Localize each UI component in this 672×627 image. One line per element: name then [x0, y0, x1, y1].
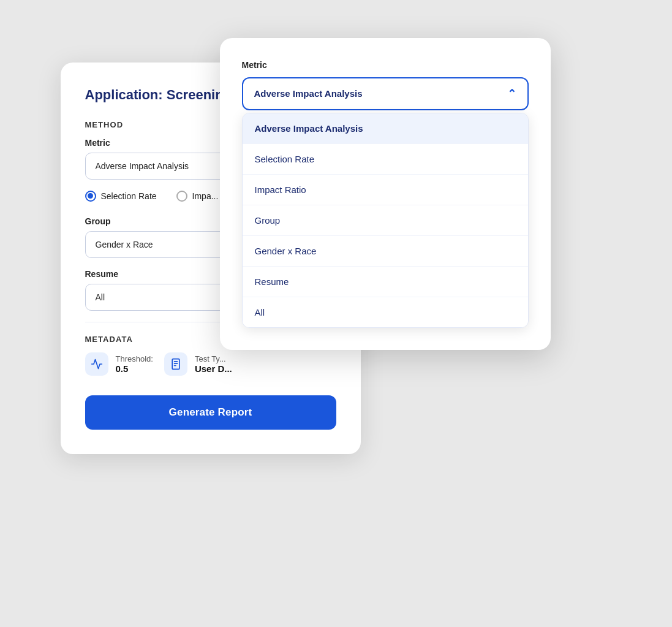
front-card: Metric Adverse Impact Analysis ⌃ Adverse… [220, 38, 551, 350]
doc-icon [164, 352, 187, 376]
dropdown-current-value: Adverse Impact Analysis [254, 88, 363, 99]
test-type-item: Test Ty... User D... [164, 352, 232, 376]
test-type-text: Test Ty... User D... [195, 354, 232, 374]
radio-selection-rate-label: Selection Rate [101, 191, 157, 201]
metric-value: Adverse Impact Analysis [96, 161, 189, 171]
radio-impact-label: Impa... [192, 191, 219, 201]
dropdown-item-gender-race[interactable]: Gender x Race [243, 236, 528, 267]
radio-selection-rate-circle[interactable] [85, 191, 96, 202]
generate-report-button[interactable]: Generate Report [85, 395, 336, 430]
metric-dropdown-menu: Adverse Impact Analysis Selection Rate I… [242, 113, 529, 328]
chevron-up-icon: ⌃ [507, 87, 516, 101]
resume-value: All [96, 292, 105, 302]
test-type-value: User D... [195, 363, 232, 374]
test-type-label: Test Ty... [195, 354, 232, 363]
dropdown-item-adverse-impact[interactable]: Adverse Impact Analysis [243, 113, 528, 144]
group-value: Gender x Race [96, 240, 153, 249]
front-metric-label: Metric [242, 60, 529, 70]
radio-impact-circle[interactable] [176, 191, 187, 202]
metric-dropdown-trigger[interactable]: Adverse Impact Analysis ⌃ [242, 77, 529, 110]
dropdown-item-all[interactable]: All [243, 297, 528, 327]
threshold-item: Threshold: 0.5 [85, 352, 153, 376]
dropdown-item-impact-ratio[interactable]: Impact Ratio [243, 175, 528, 205]
dropdown-item-group[interactable]: Group [243, 205, 528, 236]
threshold-text: Threshold: 0.5 [116, 354, 153, 374]
metadata-row: Threshold: 0.5 Test Ty... [85, 352, 336, 376]
chart-icon [85, 352, 108, 376]
radio-impact[interactable]: Impa... [176, 191, 219, 202]
dropdown-item-selection-rate[interactable]: Selection Rate [243, 144, 528, 175]
radio-selection-rate[interactable]: Selection Rate [85, 191, 157, 202]
threshold-value: 0.5 [116, 363, 153, 374]
threshold-label: Threshold: [116, 354, 153, 363]
dropdown-item-resume[interactable]: Resume [243, 267, 528, 297]
